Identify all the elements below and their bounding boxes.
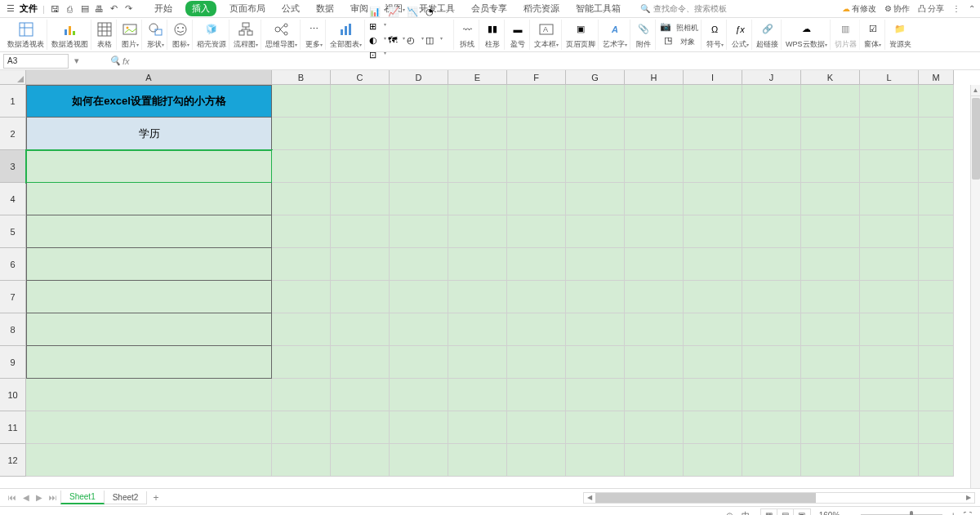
cell-F5[interactable]	[507, 215, 566, 248]
cell-K7[interactable]	[801, 281, 860, 313]
cell-M12[interactable]	[919, 444, 954, 477]
cell-E2[interactable]	[448, 118, 507, 150]
cell-M3[interactable]	[919, 150, 954, 183]
cell-G6[interactable]	[566, 248, 625, 281]
cell-L4[interactable]	[860, 183, 919, 215]
cell-B3[interactable]	[272, 150, 331, 183]
cell-B12[interactable]	[272, 444, 331, 477]
cell-G7[interactable]	[566, 281, 625, 313]
name-box-dropdown-icon[interactable]: ▾	[72, 55, 82, 66]
search-box[interactable]: 🔍 查找命令、搜索模板	[640, 3, 727, 15]
cell-F2[interactable]	[507, 118, 566, 150]
cell-I10[interactable]	[684, 379, 742, 411]
cell-F6[interactable]	[507, 248, 566, 281]
cell-C3[interactable]	[331, 150, 390, 183]
ribbon-attachment[interactable]: 📎 附件	[632, 20, 656, 50]
cell-M7[interactable]	[919, 281, 954, 313]
cell-C4[interactable]	[331, 183, 390, 215]
cell-L11[interactable]	[860, 411, 919, 444]
cell-H2[interactable]	[625, 118, 684, 150]
cell-C6[interactable]	[331, 248, 390, 281]
cell-D4[interactable]	[390, 183, 448, 215]
mini-chart-7-icon[interactable]: 🗺	[388, 35, 401, 48]
cell-I4[interactable]	[684, 183, 742, 215]
tab-smart[interactable]: 智能工具箱	[572, 1, 624, 16]
cell-J11[interactable]	[742, 411, 801, 444]
cell-B8[interactable]	[272, 313, 331, 346]
cell-D9[interactable]	[390, 346, 448, 379]
cell-G11[interactable]	[566, 411, 625, 444]
cell-K9[interactable]	[801, 346, 860, 379]
cell-F7[interactable]	[507, 281, 566, 313]
col-header-C[interactable]: C	[331, 70, 390, 85]
cell-F11[interactable]	[507, 411, 566, 444]
row-header-6[interactable]: 6	[0, 248, 26, 281]
zoom-in-icon[interactable]: +	[951, 511, 956, 515]
cell-F1[interactable]	[507, 85, 566, 118]
cell-G1[interactable]	[566, 85, 625, 118]
cell-H3[interactable]	[625, 150, 684, 183]
cell-I8[interactable]	[684, 313, 742, 346]
formula-input[interactable]	[136, 54, 977, 69]
cell-I9[interactable]	[684, 346, 742, 379]
cell-A10[interactable]	[26, 379, 272, 411]
cell-M1[interactable]	[919, 85, 954, 118]
cell-K5[interactable]	[801, 215, 860, 248]
ribbon-textbox[interactable]: A 文本框▾	[532, 20, 562, 50]
ribbon-symbol[interactable]: Ω 符号▾	[703, 20, 727, 50]
select-all-corner[interactable]	[0, 70, 26, 85]
cell-I12[interactable]	[684, 444, 742, 477]
cell-L12[interactable]	[860, 444, 919, 477]
name-box[interactable]: A3	[3, 54, 69, 69]
view-pagebreak-icon[interactable]: ▣	[794, 509, 810, 516]
cell-A4[interactable]	[26, 183, 272, 215]
cell-D1[interactable]	[390, 85, 448, 118]
cell-J7[interactable]	[742, 281, 801, 313]
cell-B7[interactable]	[272, 281, 331, 313]
cell-K2[interactable]	[801, 118, 860, 150]
ribbon-pivot-view[interactable]: 数据透视图	[49, 20, 91, 50]
cell-E11[interactable]	[448, 411, 507, 444]
view-pagelayout-icon[interactable]: ▤	[777, 509, 794, 516]
cell-E3[interactable]	[448, 150, 507, 183]
cell-A7[interactable]	[26, 281, 272, 313]
ribbon-icon[interactable]: 图标▾	[169, 20, 193, 50]
cell-J5[interactable]	[742, 215, 801, 248]
row-header-12[interactable]: 12	[0, 444, 26, 477]
cell-E5[interactable]	[448, 215, 507, 248]
row-header-5[interactable]: 5	[0, 215, 26, 248]
sheet-tab-1[interactable]: Sheet1	[60, 491, 105, 504]
cell-C5[interactable]	[331, 215, 390, 248]
col-header-H[interactable]: H	[625, 70, 684, 85]
ribbon-hyperlink[interactable]: 🔗 超链接	[754, 20, 782, 50]
cell-H8[interactable]	[625, 313, 684, 346]
cell-B5[interactable]	[272, 215, 331, 248]
cell-I2[interactable]	[684, 118, 742, 150]
object-icon[interactable]: ◳	[664, 35, 677, 48]
row-header-1[interactable]: 1	[0, 85, 26, 118]
ribbon-wps-cloud[interactable]: ☁ WPS云数据▾	[783, 20, 831, 50]
status-middle[interactable]: 中·	[742, 510, 752, 516]
ribbon-all-charts[interactable]: 全部图表▾	[327, 20, 365, 50]
cell-L10[interactable]	[860, 379, 919, 411]
tab-formula[interactable]: 公式	[278, 1, 303, 16]
row-header-8[interactable]: 8	[0, 313, 26, 346]
tab-pagelayout[interactable]: 页面布局	[226, 1, 269, 16]
cell-J10[interactable]	[742, 379, 801, 411]
cell-L6[interactable]	[860, 248, 919, 281]
ribbon-mindmap[interactable]: 思维导图▾	[263, 20, 301, 50]
tab-insert[interactable]: 插入	[185, 1, 216, 16]
cell-B4[interactable]	[272, 183, 331, 215]
cell-D12[interactable]	[390, 444, 448, 477]
cell-K11[interactable]	[801, 411, 860, 444]
cell-I3[interactable]	[684, 150, 742, 183]
col-header-G[interactable]: G	[566, 70, 625, 85]
scroll-thumb[interactable]	[972, 98, 980, 180]
save-icon[interactable]: 🖫	[50, 3, 61, 15]
cell-L1[interactable]	[860, 85, 919, 118]
cell-E6[interactable]	[448, 248, 507, 281]
col-header-L[interactable]: L	[860, 70, 919, 85]
tab-nav-next-icon[interactable]: ▶	[33, 493, 46, 502]
cell-M2[interactable]	[919, 118, 954, 150]
cell-I11[interactable]	[684, 411, 742, 444]
